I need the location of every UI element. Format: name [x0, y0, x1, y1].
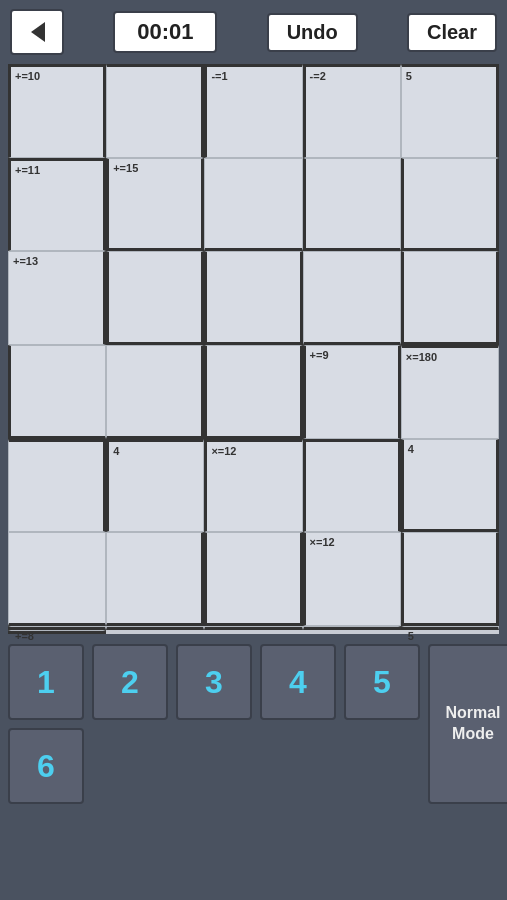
cell-3-2[interactable]	[8, 439, 106, 533]
cell-4-1[interactable]	[8, 532, 106, 626]
cell-0-0[interactable]: +=10	[8, 64, 106, 158]
timer-display: 00:01	[113, 11, 217, 53]
cell-3-1[interactable]: ×=180	[401, 345, 499, 439]
num-button-3[interactable]: 3	[176, 644, 252, 720]
cell-0-4[interactable]: 5	[401, 64, 499, 158]
cell-2-0[interactable]	[204, 251, 302, 345]
cell-3-4[interactable]: ×=12	[204, 439, 302, 533]
num-button-5[interactable]: 5	[344, 644, 420, 720]
cell-4-2[interactable]	[106, 532, 204, 626]
cell-1-0[interactable]: +=15	[106, 158, 204, 252]
cell-5-2[interactable]	[204, 626, 302, 630]
cage-label-c7: +=13	[13, 255, 38, 267]
cell-1-4[interactable]: +=13	[8, 251, 106, 345]
cell-3-5[interactable]	[303, 439, 401, 533]
cage-label-5a: 5	[406, 70, 412, 82]
back-button[interactable]	[10, 9, 64, 55]
svg-marker-0	[31, 22, 45, 42]
mode-button[interactable]: NormalMode	[428, 644, 507, 804]
undo-button[interactable]: Undo	[267, 13, 358, 52]
clear-button[interactable]: Clear	[407, 13, 497, 52]
cage-label-c15: 5	[408, 630, 414, 642]
cell-1-1[interactable]	[204, 158, 302, 252]
cell-5-4[interactable]: 5	[401, 626, 499, 630]
grid-container: +=10 -=1 -=2 5 +=11 +=15 +=13	[8, 64, 499, 634]
cage-label-c10: 4	[113, 445, 119, 457]
cell-0-2[interactable]: -=1	[204, 64, 302, 158]
cell-1-2[interactable]	[303, 158, 401, 252]
cell-2-5[interactable]	[204, 345, 302, 439]
cell-4-4[interactable]: ×=12	[303, 532, 401, 626]
puzzle-grid: +=10 -=1 -=2 5 +=11 +=15 +=13	[8, 64, 499, 634]
cage-label-c8: ×=180	[406, 351, 437, 363]
number-area: 1 2 3 4 5 NormalMode 6	[8, 644, 499, 804]
cell-5-3[interactable]	[303, 626, 401, 630]
num-button-1[interactable]: 1	[8, 644, 84, 720]
cage-label-c11: ×=12	[211, 445, 236, 457]
cell-4-0[interactable]: 4	[401, 439, 499, 533]
cage-label-c5: +=11	[15, 164, 40, 176]
cell-2-3[interactable]	[8, 345, 106, 439]
cell-3-3[interactable]: 4	[106, 439, 204, 533]
cell-4-5[interactable]	[401, 532, 499, 626]
cell-1-5[interactable]	[106, 251, 204, 345]
cell-4-3[interactable]	[204, 532, 302, 626]
cage-label-c12: 4	[408, 443, 414, 455]
cage-label-c9: +=9	[310, 349, 329, 361]
cage-label-c13: ×=12	[310, 536, 335, 548]
header: 00:01 Undo Clear	[0, 0, 507, 64]
cell-0-5[interactable]: +=11	[8, 158, 106, 252]
num-button-4[interactable]: 4	[260, 644, 336, 720]
cage-label-c3: -=2	[310, 70, 326, 82]
num-button-6[interactable]: 6	[8, 728, 84, 804]
cell-2-1[interactable]	[303, 251, 401, 345]
cage-label-c1: +=10	[15, 70, 40, 82]
cell-0-1[interactable]	[106, 64, 204, 158]
number-grid: 1 2 3 4 5 NormalMode 6	[8, 644, 507, 804]
cage-label-c2: -=1	[211, 70, 227, 82]
cell-3-0[interactable]: +=9	[303, 345, 401, 439]
cage-label-c14: +=8	[15, 630, 34, 642]
cell-2-2[interactable]	[401, 251, 499, 345]
cell-0-3[interactable]: -=2	[303, 64, 401, 158]
cell-5-1[interactable]	[106, 626, 204, 630]
num-button-2[interactable]: 2	[92, 644, 168, 720]
cage-label-c6: +=15	[113, 162, 138, 174]
cell-1-3[interactable]	[401, 158, 499, 252]
cell-2-4[interactable]	[106, 345, 204, 439]
